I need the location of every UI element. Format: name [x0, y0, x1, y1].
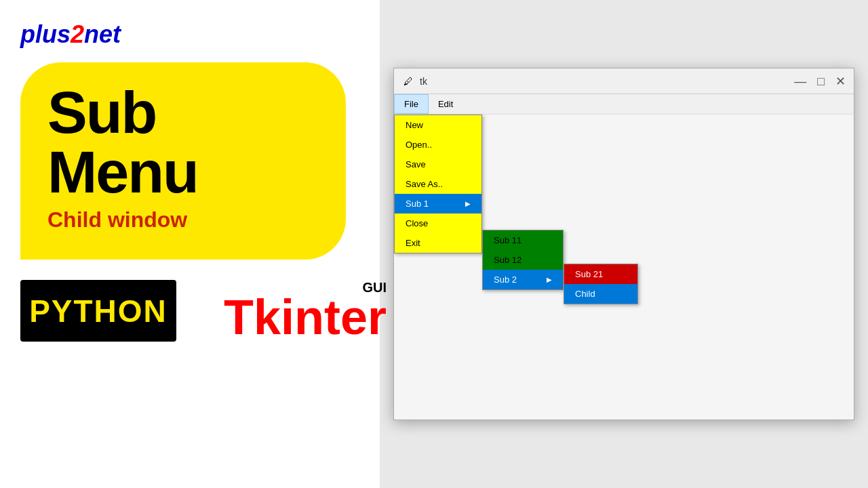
menu-open[interactable]: Open.. [395, 135, 481, 155]
logo-plus: plus [20, 20, 71, 48]
menu-sub1[interactable]: Sub 1 ▶ [395, 194, 481, 214]
sub11-item[interactable]: Sub 11 [483, 230, 563, 250]
file-menu-item[interactable]: File [394, 94, 429, 114]
title-bar: 🖊 tk — □ ✕ [394, 68, 854, 94]
python-badge: PYTHON [20, 280, 176, 342]
left-panel: plus2net Sub Menu Child window PYTHON GU… [0, 0, 380, 488]
logo: plus2net [20, 20, 366, 49]
child-item[interactable]: Child [564, 284, 637, 304]
child-window-text: Child window [47, 207, 319, 232]
yellow-bubble: Sub Menu Child window [20, 62, 346, 260]
logo-2: 2 [71, 20, 84, 48]
tkinter-section: GUI Tkinter [176, 280, 387, 342]
logo-text: plus2net [20, 20, 121, 49]
menu-close[interactable]: Close [395, 214, 481, 233]
window-content: New Open.. Save Save As.. Sub 1 ▶ Close … [394, 115, 854, 420]
window-icon: 🖊 [402, 75, 414, 87]
sub21-item[interactable]: Sub 21 [564, 264, 637, 284]
file-dropdown: New Open.. Save Save As.. Sub 1 ▶ Close … [394, 115, 482, 253]
close-button[interactable]: ✕ [835, 75, 846, 87]
menu-bar: File Edit [394, 94, 854, 115]
submenu-arrow-icon: ▶ [465, 200, 471, 207]
logo-net: net [84, 20, 121, 48]
window-title: tk [420, 76, 794, 87]
python-text: PYTHON [29, 293, 167, 329]
right-panel: 🖊 tk — □ ✕ File Edit New Open.. Save Sav… [380, 0, 868, 488]
sub2-arrow-icon: ▶ [547, 276, 552, 283]
menu-sub1-label: Sub 1 [406, 199, 429, 209]
minimize-button[interactable]: — [794, 75, 806, 87]
sub2-item[interactable]: Sub 2 ▶ [483, 270, 563, 289]
maximize-button[interactable]: □ [817, 75, 825, 87]
sub1-menu: Sub 11 Sub 12 Sub 2 ▶ [482, 230, 564, 290]
menu-new[interactable]: New [395, 115, 481, 135]
sub2-menu: Sub 21 Child [564, 264, 638, 304]
sub2-label: Sub 2 [494, 274, 517, 285]
tkinter-text: Tkinter [224, 293, 387, 342]
menu-exit[interactable]: Exit [395, 233, 481, 253]
sub-menu-title: Sub Menu [47, 83, 319, 202]
bottom-section: PYTHON GUI Tkinter [20, 280, 387, 342]
menu-save-as[interactable]: Save As.. [395, 174, 481, 194]
title-bar-buttons: — □ ✕ [794, 75, 846, 87]
tk-window: 🖊 tk — □ ✕ File Edit New Open.. Save Sav… [393, 68, 854, 420]
sub12-item[interactable]: Sub 12 [483, 250, 563, 270]
menu-save[interactable]: Save [395, 155, 481, 174]
edit-menu-item[interactable]: Edit [429, 94, 462, 114]
